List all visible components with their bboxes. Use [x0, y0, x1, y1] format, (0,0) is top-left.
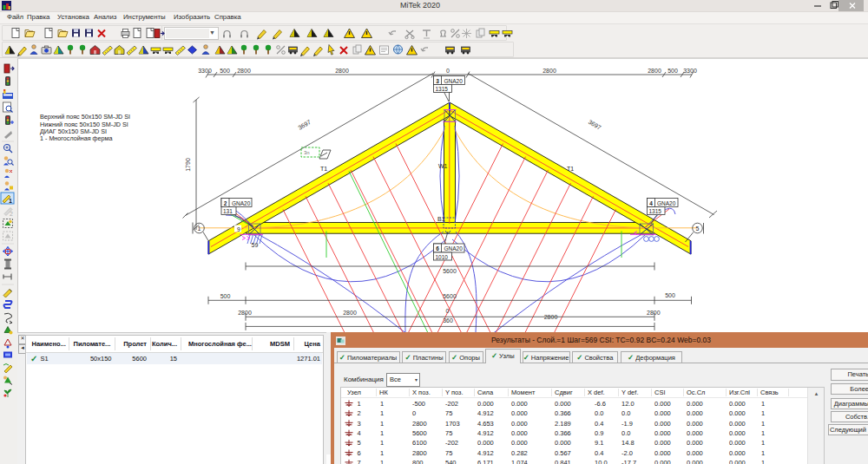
svg-text:GNA20: GNA20: [232, 200, 251, 206]
svg-text:T1: T1: [320, 166, 327, 172]
svg-text:5600: 5600: [443, 268, 457, 274]
svg-text:131: 131: [223, 208, 233, 214]
svg-text:1: 1: [9, 198, 12, 204]
svg-text:4: 4: [649, 200, 653, 206]
svg-text:2800: 2800: [238, 310, 252, 316]
svg-text:B1: B1: [437, 216, 445, 222]
svg-text:2: 2: [224, 200, 227, 206]
svg-text:0: 0: [446, 68, 450, 74]
svg-text:3697: 3697: [297, 119, 312, 131]
svg-text:9: 9: [237, 226, 240, 232]
svg-text:2800: 2800: [648, 68, 661, 74]
svg-text:2800: 2800: [335, 68, 349, 74]
svg-text:3300: 3300: [198, 68, 212, 74]
svg-text:W1: W1: [438, 163, 448, 169]
svg-text:2800: 2800: [343, 310, 357, 316]
svg-text:360: 360: [443, 317, 453, 323]
svg-text:0: 0: [446, 308, 450, 314]
svg-text:3697: 3697: [588, 119, 602, 131]
svg-text:3n: 3n: [304, 150, 310, 155]
svg-text:5600: 5600: [443, 293, 457, 299]
svg-text:1315: 1315: [436, 86, 449, 92]
svg-text:2800: 2800: [647, 310, 661, 316]
svg-text:1010: 1010: [436, 254, 449, 260]
svg-text:3300: 3300: [683, 68, 697, 74]
svg-text:2800: 2800: [237, 68, 251, 74]
svg-text:59: 59: [252, 242, 259, 248]
svg-text:500: 500: [667, 68, 678, 74]
svg-text:6: 6: [436, 245, 439, 252]
svg-text:2800: 2800: [544, 314, 558, 320]
svg-text:500: 500: [220, 68, 230, 74]
svg-text:T1: T1: [567, 166, 574, 172]
svg-text:GNA20: GNA20: [444, 245, 464, 252]
svg-text:2: 2: [10, 211, 13, 217]
svg-text:1790: 1790: [185, 158, 191, 172]
svg-text:GNA20: GNA20: [444, 78, 464, 84]
svg-text:1 - Многослойная ферма: 1 - Многослойная ферма: [40, 134, 112, 142]
svg-text:1: 1: [198, 225, 201, 232]
svg-text:2800: 2800: [542, 68, 556, 74]
svg-text:1315: 1315: [649, 208, 662, 214]
svg-text:3: 3: [436, 78, 439, 84]
svg-text:GNA20: GNA20: [657, 200, 676, 206]
svg-text:5: 5: [696, 225, 700, 232]
svg-text:500: 500: [220, 293, 231, 299]
svg-text:500: 500: [665, 292, 675, 298]
